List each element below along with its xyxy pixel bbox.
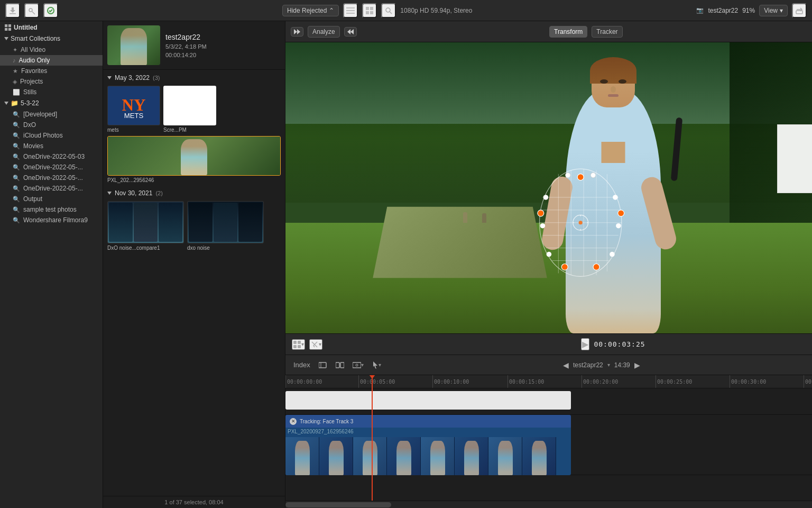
transform-label: Transform [554, 28, 583, 35]
sidebar-item-onedrive2[interactable]: 🔍 OneDrive-2022-05-... [0, 162, 103, 173]
media-thumbnail-screenshot[interactable] [163, 86, 216, 125]
svg-rect-18 [8, 28, 11, 31]
timeline-prev-button[interactable]: ◀ [563, 361, 569, 369]
timeline-clip-dropdown[interactable]: ▾ [607, 362, 610, 368]
clip-group-button[interactable] [316, 360, 330, 370]
chevron-icon: ⌃ [329, 7, 334, 14]
svg-point-61 [356, 364, 358, 366]
view-mode-button-2[interactable] [362, 3, 377, 18]
blade-tool-button[interactable]: ▾ [309, 339, 322, 350]
sidebar-item-onedrive1[interactable]: 🔍 OneDrive-2022-05-03 [0, 151, 103, 162]
content-grid: May 3, 2022 (3) NY METS [103, 70, 285, 496]
section-nov-collapse-icon [107, 192, 112, 195]
media-thumbnail-pxl[interactable] [107, 136, 281, 176]
media-thumbnail-dxo1[interactable] [107, 201, 184, 243]
playhead[interactable] [372, 375, 373, 501]
sidebar-item-projects[interactable]: ◈ Projects [0, 76, 103, 87]
tracking-close-button[interactable]: ✕ [290, 418, 297, 425]
sidebar-item-developed[interactable]: 🔍 [Developed] [0, 109, 103, 120]
dxo-label: DxO [23, 121, 36, 129]
sidebar-item-movies[interactable]: 🔍 Movies [0, 141, 103, 151]
preview-thumbnail[interactable] [107, 25, 160, 65]
list-item[interactable]: DxO noise...compare1 [107, 201, 184, 251]
check-button[interactable] [43, 3, 58, 18]
clip-settings-button[interactable]: ▾ [350, 360, 366, 370]
scrollbar-thumb[interactable] [285, 502, 391, 507]
date-header-may[interactable]: May 3, 2022 (3) [107, 74, 281, 81]
date-header-nov[interactable]: Nov 30, 2021 (2) [107, 189, 281, 197]
sample-label: sample test photos [23, 206, 77, 213]
onedrive4-icon: 🔍 [13, 185, 20, 192]
sidebar-item-sample[interactable]: 🔍 sample test photos [0, 204, 103, 215]
svg-rect-6 [346, 13, 355, 14]
white-clip[interactable] [285, 391, 571, 410]
fast-forward-button[interactable] [344, 27, 357, 37]
all-video-label: All Video [21, 46, 45, 53]
sidebar-item-favorites[interactable]: ★ Favorites [0, 66, 103, 76]
analyze-button[interactable]: Analyze [308, 26, 340, 38]
developed-label: [Developed] [23, 111, 57, 118]
tracker-tab[interactable]: Tracker [592, 26, 622, 38]
section-collapse-icon [107, 76, 112, 79]
tracking-label-bar: ✕ Tracking: Face Track 3 [285, 415, 571, 428]
transform-tab[interactable]: Transform [549, 26, 587, 38]
rewind-button[interactable] [291, 27, 303, 37]
timeline-scrollbar[interactable] [285, 501, 812, 508]
search-button[interactable] [381, 3, 396, 18]
onedrive2-label: OneDrive-2022-05-... [23, 164, 83, 171]
view-button[interactable]: View ▾ [759, 5, 788, 16]
svg-point-11 [386, 8, 390, 12]
pointer-tool-button[interactable]: ▾ [370, 359, 384, 371]
sidebar-item-onedrive3[interactable]: 🔍 OneDrive-2022-05-... [0, 173, 103, 183]
sidebar-item-icloud[interactable]: 🔍 iCloud Photos [0, 130, 103, 141]
clip-split-button[interactable] [333, 360, 347, 370]
svg-rect-0 [10, 13, 16, 14]
sidebar-item-audio-only[interactable]: ♪ Audio Only [0, 55, 103, 66]
sidebar-item-output[interactable]: 🔍 Output [0, 194, 103, 204]
view-mode-button-1[interactable] [343, 3, 358, 18]
tracking-label: Tracking: Face Track 3 [300, 419, 353, 424]
sidebar-item-dxo[interactable]: 🔍 DxO [0, 120, 103, 130]
smart-collections-label: Smart Collections [11, 35, 60, 42]
media-label-pxl: PXL_202...2956246 [107, 177, 281, 183]
date-may-label: May 3, 2022 [115, 74, 150, 81]
list-item[interactable]: dxo noise [187, 201, 264, 251]
index-button[interactable]: Index [291, 359, 313, 370]
svg-rect-52 [293, 341, 297, 344]
svg-rect-7 [366, 7, 369, 10]
media-thumbnail-mets[interactable]: NY METS [107, 86, 160, 125]
tracker-label: Tracker [596, 28, 617, 35]
list-item[interactable]: NY METS mets [107, 86, 160, 133]
folder-5322-header[interactable]: 📁 5-3-22 [0, 97, 103, 109]
time-marker-20: 00:00:20:00 [582, 375, 618, 388]
main-layout: Untitled Smart Collections ✦ All Video ♪… [0, 21, 812, 508]
download-button[interactable] [5, 3, 20, 18]
list-item[interactable]: Scre...PM [163, 86, 216, 133]
sidebar-untitled-header[interactable]: Untitled [0, 21, 103, 33]
smart-collections-header[interactable]: Smart Collections [0, 33, 103, 44]
video-clip[interactable]: PXL_20200927_162956246 [285, 428, 571, 475]
sidebar-item-stills[interactable]: ⬜ Stills [0, 87, 103, 97]
time-marker-15: 00:00:15:00 [508, 375, 544, 388]
share-button[interactable] [792, 3, 807, 18]
list-item[interactable]: PXL_202...2956246 [107, 136, 281, 183]
timeline-next-button[interactable]: ▶ [634, 361, 640, 369]
folder-icon: 📁 [11, 99, 19, 107]
date-section-may-2022: May 3, 2022 (3) NY METS [107, 74, 281, 183]
key-button[interactable] [24, 3, 39, 18]
time-marker-35: 00:00:35:00 [804, 375, 812, 388]
timeline-tracks[interactable]: 00:00:00:00 00:00:05:00 00:00:10:00 00:0… [285, 375, 812, 501]
play-button[interactable]: ▶ [581, 338, 589, 350]
svg-rect-4 [346, 7, 355, 8]
media-thumbnail-dxo2[interactable] [187, 201, 264, 243]
hide-rejected-button[interactable]: Hide Rejected ⌃ [282, 5, 339, 16]
top-toolbar: Hide Rejected ⌃ 1080p HD 59.94p, Stereo … [0, 0, 812, 21]
sidebar-item-all-video[interactable]: ✦ All Video [0, 44, 103, 55]
playhead-triangle [369, 375, 375, 379]
timeline: Index ▾ ▾ ◀ test2apr22 [285, 355, 812, 508]
sidebar-item-onedrive4[interactable]: 🔍 OneDrive-2022-05-... [0, 183, 103, 194]
sample-icon: 🔍 [13, 206, 20, 213]
sidebar-item-wondershare[interactable]: 🔍 Wondershare Filmora9 [0, 215, 103, 225]
tool-select-button[interactable]: ▾ [292, 339, 305, 350]
developed-icon: 🔍 [13, 111, 20, 118]
